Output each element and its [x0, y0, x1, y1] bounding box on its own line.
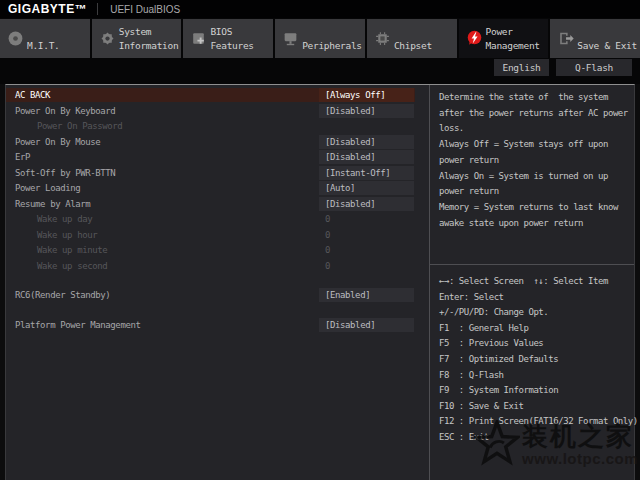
setting-label: Power Loading — [15, 181, 80, 195]
settings-list: AC BACK[Always Off]Power On By Keyboard[… — [6, 88, 420, 333]
tab-system-information[interactable]: System Information — [92, 19, 182, 58]
tab-label: Save & Exit — [577, 39, 637, 53]
setting-value: [Instant-Off] — [319, 166, 414, 180]
setting-row: Wake up hour0 — [6, 228, 420, 242]
setting-value: [Enabled] — [319, 288, 414, 302]
qflash-button[interactable]: Q-Flash — [556, 59, 632, 76]
setting-row[interactable]: Power On By Mouse[Disabled] — [6, 135, 420, 149]
tab-save-exit[interactable]: Save & Exit — [550, 19, 640, 58]
tab-label: Peripherals — [302, 39, 362, 53]
setting-value: [Disabled] — [319, 104, 414, 118]
bios-title: UEFI DualBIOS — [110, 4, 180, 15]
setting-label: Power On By Keyboard — [15, 104, 115, 118]
setting-value: [Disabled] — [319, 150, 414, 164]
help-divider — [430, 264, 634, 265]
setting-value: [Disabled] — [319, 135, 414, 149]
setting-label: Wake up day — [37, 212, 92, 226]
setting-value: 0 — [319, 259, 414, 273]
tab-label: M.I.T. — [27, 39, 60, 53]
setting-row[interactable]: Platform Power Management[Disabled] — [6, 318, 420, 332]
watermark-title: 装机之家 — [522, 422, 638, 450]
setting-row: Wake up minute0 — [6, 243, 420, 257]
save-exit-icon — [557, 30, 574, 47]
setting-row: Power On Password — [6, 119, 420, 133]
setting-row[interactable]: ErP[Disabled] — [6, 150, 420, 164]
setting-row[interactable]: AC BACK[Always Off] — [6, 88, 415, 102]
setting-label: RC6(Render Standby) — [15, 288, 110, 302]
tab-bar: M.I.T.System InformationBIOS FeaturesPer… — [0, 18, 640, 58]
setting-label: ErP — [15, 150, 30, 164]
setting-row: Wake up second0 — [6, 259, 420, 273]
tab-label: Chipset — [394, 39, 432, 53]
setting-row[interactable]: RC6(Render Standby)[Enabled] — [6, 288, 420, 302]
tab-chipset[interactable]: Chipset — [367, 19, 457, 58]
setting-value: 0 — [319, 228, 414, 242]
setting-label: AC BACK — [15, 88, 50, 102]
tab-label: Power Management — [486, 25, 540, 52]
setting-label: Platform Power Management — [15, 318, 140, 332]
chipset-icon — [374, 30, 391, 47]
peripherals-icon — [282, 30, 299, 47]
setting-label: Power On Password — [37, 119, 122, 133]
gigabyte-logo: GIGABYTE™ — [8, 2, 87, 16]
setting-row[interactable]: Resume by Alarm[Disabled] — [6, 197, 420, 211]
setting-row[interactable]: Power Loading[Auto] — [6, 181, 420, 195]
setting-value: [Always Off] — [319, 88, 414, 102]
setting-value: 0 — [319, 243, 414, 257]
setting-row[interactable]: Soft-Off by PWR-BTTN[Instant-Off] — [6, 166, 420, 180]
setting-label: Soft-Off by PWR-BTTN — [15, 166, 115, 180]
setting-label: Wake up minute — [37, 243, 107, 257]
topbar-divider — [97, 3, 98, 15]
bios-features-icon — [190, 30, 207, 47]
top-bar: GIGABYTE™ UEFI DualBIOS — [0, 0, 640, 18]
tab-label: System Information — [119, 25, 179, 52]
tab-peripherals[interactable]: Peripherals — [275, 19, 365, 58]
setting-label: Wake up second — [37, 259, 107, 273]
setting-row[interactable]: Power On By Keyboard[Disabled] — [6, 104, 420, 118]
system-information-icon — [99, 30, 116, 47]
setting-label: Wake up hour — [37, 228, 97, 242]
tab-mit[interactable]: M.I.T. — [0, 19, 90, 58]
setting-label: Resume by Alarm — [15, 197, 90, 211]
power-management-icon — [466, 30, 483, 47]
help-text: Determine the state of the system after … — [439, 90, 628, 231]
mit-icon — [7, 30, 24, 47]
setting-value — [319, 119, 414, 133]
tab-power-management[interactable]: Power Management — [459, 19, 549, 58]
setting-row: Wake up day0 — [6, 212, 420, 226]
setting-value: [Disabled] — [319, 197, 414, 211]
sub-bar: English Q-Flash — [0, 58, 640, 84]
watermark: 装机之家 www.lotpc.com — [474, 420, 638, 468]
star-logo-icon — [474, 420, 520, 468]
tab-bios-features[interactable]: BIOS Features — [183, 19, 273, 58]
setting-value: 0 — [319, 212, 414, 226]
watermark-url: www.lotpc.com — [522, 450, 638, 467]
setting-value: [Auto] — [319, 181, 414, 195]
language-button[interactable]: English — [494, 59, 549, 76]
setting-value: [Disabled] — [319, 318, 414, 332]
tab-label: BIOS Features — [210, 25, 253, 52]
setting-label: Power On By Mouse — [15, 135, 100, 149]
